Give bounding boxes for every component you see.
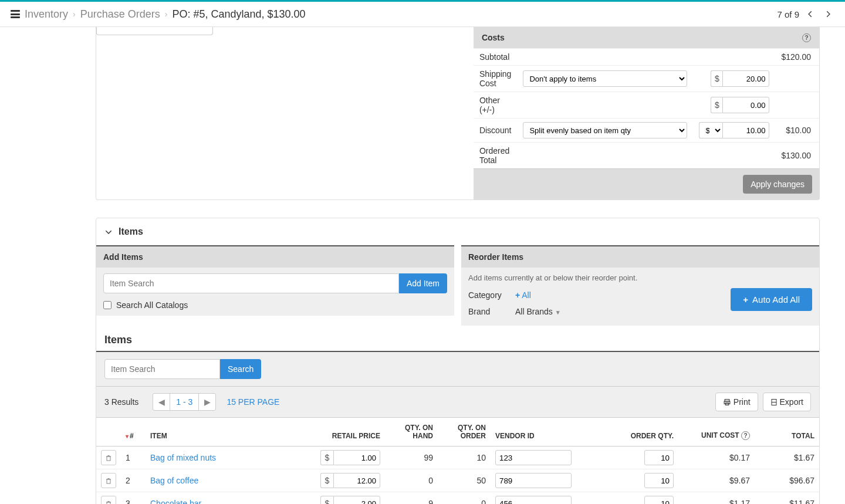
items-search-button[interactable]: Search xyxy=(220,359,261,379)
search-all-catalogs-checkbox[interactable] xyxy=(103,301,111,309)
shipping-label: Shipping Cost xyxy=(474,66,518,92)
category-all-link[interactable]: +All xyxy=(515,290,531,300)
retail-price-input[interactable] xyxy=(333,473,380,488)
trash-icon xyxy=(105,500,112,505)
unit-cost: $1.17 xyxy=(678,492,755,505)
add-items-search-input[interactable] xyxy=(103,273,399,293)
trash-icon xyxy=(105,454,112,462)
print-button[interactable]: Print xyxy=(715,393,758,411)
discount-method-select[interactable]: Split evenly based on item qty xyxy=(523,122,687,138)
subtotal-value: $120.00 xyxy=(775,49,819,66)
page-range[interactable]: 1 - 3 xyxy=(170,394,199,410)
per-page-link[interactable]: 15 PER PAGE xyxy=(227,397,279,407)
items-search-input[interactable] xyxy=(104,359,220,379)
qty-on-hand: 9 xyxy=(385,492,438,505)
printer-icon xyxy=(723,398,731,406)
search-all-catalogs-label: Search All Catalogs xyxy=(116,300,188,310)
page-next-button[interactable]: ▶ xyxy=(199,394,215,410)
qty-on-order: 10 xyxy=(438,447,491,469)
vendor-id-input[interactable] xyxy=(495,496,572,504)
currency-symbol: $ xyxy=(320,473,333,488)
total-label: Ordered Total xyxy=(474,143,518,169)
currency-symbol: $ xyxy=(320,450,333,465)
table-row: 2 Bag of coffee $ 0 50 $9.67 $96.67 xyxy=(96,469,819,492)
currency-symbol: $ xyxy=(320,496,333,504)
col-on-hand[interactable]: QTY. ON HAND xyxy=(385,418,438,447)
breadcrumb-current: PO: #5, Candyland, $130.00 xyxy=(172,8,305,21)
qty-on-hand: 0 xyxy=(385,469,438,492)
chevron-down-icon xyxy=(104,228,113,236)
row-number: 1 xyxy=(121,447,146,469)
export-button[interactable]: Export xyxy=(763,393,811,411)
add-items-column: Add Items Add Item Search All Catalogs xyxy=(96,245,454,326)
reorder-items-column: Reorder Items Add items currently at or … xyxy=(461,245,819,326)
col-item[interactable]: ITEM xyxy=(146,418,316,447)
col-vendor-id[interactable]: VENDOR ID xyxy=(491,418,584,447)
svg-rect-1 xyxy=(724,401,730,403)
vendor-id-input[interactable] xyxy=(495,473,572,488)
item-link[interactable]: Bag of mixed nuts xyxy=(150,453,216,462)
menu-icon[interactable] xyxy=(11,10,20,18)
items-meta-bar: 3 Results ◀ 1 - 3 ▶ 15 PER PAGE Print Ex… xyxy=(96,387,819,418)
brand-select[interactable]: All Brands ▼ xyxy=(515,307,724,316)
delete-row-button[interactable] xyxy=(101,450,116,465)
item-link[interactable]: Bag of coffee xyxy=(150,476,198,485)
plus-icon: + xyxy=(515,290,520,300)
help-icon[interactable]: ? xyxy=(741,431,750,440)
prev-button[interactable] xyxy=(804,8,817,21)
items-list-title: Items xyxy=(96,326,819,351)
unit-cost: $9.67 xyxy=(678,469,755,492)
discount-computed: $10.00 xyxy=(775,119,819,143)
col-total[interactable]: TOTAL xyxy=(755,418,819,447)
col-order-qty[interactable]: ORDER QTY. xyxy=(584,418,678,447)
item-link[interactable]: Chocolate bar xyxy=(150,499,201,504)
shipping-amount-input[interactable] xyxy=(722,70,769,87)
vendor-id-input[interactable] xyxy=(495,450,572,465)
table-row: 1 Bag of mixed nuts $ 99 10 $0.17 $1.67 xyxy=(96,447,819,469)
items-section-title: Items xyxy=(119,226,143,237)
costs-panel: Costs ? Subtotal $120.00 Shipping Cost xyxy=(96,27,820,200)
other-amount-input[interactable] xyxy=(722,97,769,113)
delete-row-button[interactable] xyxy=(101,473,116,488)
auto-add-all-button[interactable]: + Auto Add All xyxy=(731,288,812,311)
currency-symbol: $ xyxy=(711,97,722,113)
sort-indicator-icon[interactable]: ▾ xyxy=(126,433,129,439)
shipping-method-select[interactable]: Don't apply to items xyxy=(523,70,687,87)
svg-rect-5 xyxy=(107,456,110,461)
discount-type-select[interactable]: $ xyxy=(699,122,722,138)
unit-cost: $0.17 xyxy=(678,447,755,469)
col-on-order[interactable]: QTY. ON ORDER xyxy=(438,418,491,447)
order-qty-input[interactable] xyxy=(644,496,674,504)
notes-area-bottom xyxy=(96,27,213,199)
breadcrumb-purchase-orders[interactable]: Purchase Orders xyxy=(80,8,160,21)
qty-on-order: 0 xyxy=(438,492,491,505)
table-row: 3 Chocolate bar $ 9 0 $1.17 $11.67 xyxy=(96,492,819,505)
category-label: Category xyxy=(468,290,515,300)
results-count: 3 Results xyxy=(104,397,138,407)
qty-on-hand: 99 xyxy=(385,447,438,469)
other-label: Other (+/-) xyxy=(474,92,518,119)
retail-price-input[interactable] xyxy=(333,450,380,465)
subtotal-label: Subtotal xyxy=(474,49,518,66)
add-item-button[interactable]: Add Item xyxy=(399,273,447,293)
order-qty-input[interactable] xyxy=(644,473,674,488)
col-unit-cost[interactable]: UNIT COST ? xyxy=(678,418,755,447)
notes-textarea-resize[interactable] xyxy=(96,27,213,35)
chevron-right-icon: › xyxy=(73,9,76,19)
row-total: $11.67 xyxy=(755,492,819,505)
costs-title: Costs xyxy=(482,33,505,42)
export-icon xyxy=(770,398,778,406)
help-icon[interactable]: ? xyxy=(802,33,811,42)
next-button[interactable] xyxy=(822,8,834,21)
items-section-toggle[interactable]: Items xyxy=(96,218,819,245)
reorder-hint: Add items currently at or below their re… xyxy=(468,273,812,287)
page-prev-button[interactable]: ◀ xyxy=(153,394,170,410)
retail-price-input[interactable] xyxy=(333,496,380,504)
discount-amount-input[interactable] xyxy=(722,122,769,138)
delete-row-button[interactable] xyxy=(101,496,116,504)
apply-changes-button[interactable]: Apply changes xyxy=(743,175,812,194)
qty-on-order: 50 xyxy=(438,469,491,492)
order-qty-input[interactable] xyxy=(644,450,674,465)
breadcrumb-inventory[interactable]: Inventory xyxy=(25,8,68,21)
col-retail[interactable]: RETAIL PRICE xyxy=(316,418,385,447)
